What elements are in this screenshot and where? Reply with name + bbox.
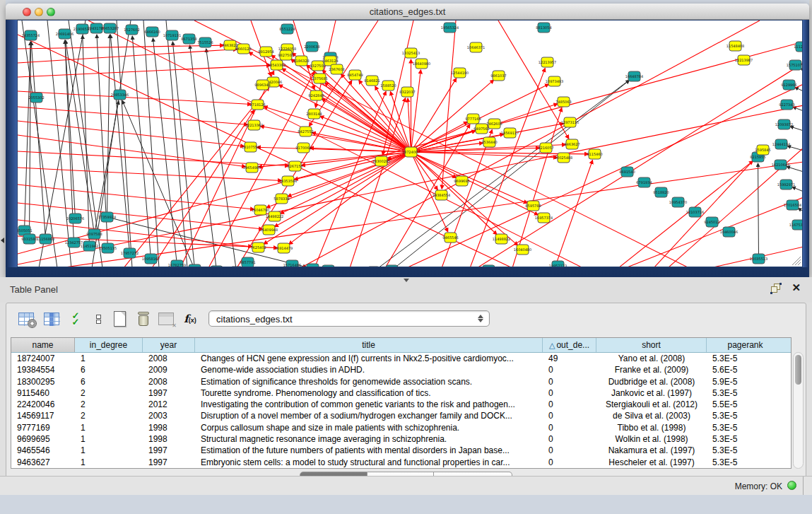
graph-node[interactable]: 12213957 — [539, 57, 556, 67]
float-panel-icon[interactable] — [771, 284, 782, 293]
graph-node[interactable]: 2367608 — [329, 64, 344, 74]
graph-node[interactable]: 7485063 — [555, 97, 571, 107]
graph-node[interactable]: 10719131 — [163, 30, 181, 40]
function-builder-icon[interactable]: f(x) — [180, 309, 200, 329]
graph-node[interactable]: 9227343 — [779, 100, 794, 110]
close-panel-icon[interactable]: ✕ — [792, 281, 801, 294]
graph-node[interactable]: 8427552 — [298, 127, 313, 136]
graph-node[interactable]: 9170064 — [295, 143, 311, 153]
graph-node[interactable]: 19384554 — [433, 190, 450, 200]
table-row[interactable]: 1938455462009Genome-wide association stu… — [11, 364, 791, 375]
column-header-in-degree[interactable]: in_degree — [75, 338, 143, 352]
graph-node[interactable]: 1112104 — [794, 42, 802, 52]
graph-node[interactable]: 8454749 — [347, 70, 363, 80]
canvas-resize-grip[interactable] — [792, 257, 801, 265]
graph-node[interactable]: 13505135 — [99, 243, 117, 253]
graph-node[interactable]: 12973115 — [561, 117, 579, 127]
graph-node[interactable]: 11451942 — [81, 241, 98, 251]
graph-node[interactable]: 9097588 — [86, 229, 102, 239]
graph-node[interactable]: 10958167 — [142, 254, 160, 264]
graph-node[interactable]: 18300295 — [372, 156, 390, 166]
graph-node[interactable]: 16810951 — [319, 265, 337, 267]
graph-node[interactable]: 2803144 — [306, 109, 322, 119]
graph-node[interactable]: 8912954 — [258, 47, 273, 57]
graph-node[interactable]: 24355724 — [22, 30, 40, 40]
column-header-short[interactable]: short — [596, 338, 707, 352]
graph-node[interactable]: 9146821 — [364, 76, 379, 86]
graph-node[interactable]: 5878334 — [273, 194, 289, 204]
table-options-icon[interactable] — [16, 309, 36, 329]
graph-node[interactable]: 19952123 — [549, 261, 567, 267]
column-header-out-degree[interactable]: △out_de... — [543, 338, 596, 352]
graph-node[interactable]: 16648784 — [625, 71, 643, 81]
graph-node[interactable]: 10653287 — [101, 23, 119, 33]
graph-node[interactable]: 14569117 — [501, 128, 519, 138]
graph-node[interactable]: 9465546 — [442, 233, 458, 243]
graph-node[interactable]: 18107554 — [242, 142, 259, 152]
graph-node[interactable]: 9896348 — [254, 80, 270, 90]
graph-node[interactable]: 19654985 — [243, 163, 261, 173]
graph-node[interactable]: 9331580 — [21, 234, 37, 244]
table-row[interactable]: 969969511998Structural magnetic resonanc… — [11, 433, 791, 445]
graph-node[interactable]: 5375685 — [312, 74, 327, 83]
graph-node[interactable]: 19565324 — [441, 23, 459, 33]
graph-node[interactable]: 20853346 — [111, 90, 129, 100]
row-height-icon[interactable] — [88, 309, 108, 329]
graph-node[interactable]: 18724007 — [402, 147, 420, 157]
table-row[interactable]: 946362711997Embryonic stem cells: a mode… — [11, 457, 791, 468]
table-vertical-scrollbar[interactable] — [793, 352, 804, 469]
graph-node[interactable]: 16046790 — [252, 205, 269, 215]
graph-node[interactable]: 17957272 — [121, 248, 139, 258]
graph-node[interactable]: 16914479 — [275, 243, 293, 253]
graph-node[interactable]: 17359924 — [98, 212, 116, 222]
graph-node[interactable]: 8267150 — [287, 161, 302, 171]
graph-node[interactable]: 14498222 — [266, 211, 283, 221]
graph-node[interactable]: 13325413 — [402, 48, 420, 58]
graph-node[interactable]: 17016504 — [784, 200, 801, 210]
network-canvas[interactable]: 2435572420691406219065312043174110653287… — [17, 20, 803, 267]
delete-trash-icon[interactable] — [134, 309, 153, 329]
column-header-year[interactable]: year — [143, 338, 195, 352]
table-row[interactable]: 2242004622012Investigating the contribut… — [11, 399, 791, 410]
graph-node[interactable]: 12213363 — [245, 120, 263, 130]
graph-node[interactable]: 15716485 — [283, 260, 301, 267]
network-table-select[interactable]: citations_edges.txt — [208, 310, 490, 327]
graph-node[interactable]: 11548408 — [726, 41, 744, 51]
column-header-pagerank[interactable]: pagerank — [707, 338, 784, 352]
graph-node[interactable]: 11156868 — [37, 234, 54, 244]
graph-node[interactable]: 12035513 — [750, 254, 767, 264]
graph-node[interactable]: 9518920 — [653, 187, 669, 197]
graph-node[interactable]: 9129966 — [781, 80, 796, 90]
graph-node[interactable]: 8186328 — [293, 56, 309, 66]
graph-node[interactable]: 8595788 — [525, 201, 541, 211]
select-all-checks-icon[interactable]: ✓✓ — [66, 309, 86, 329]
graph-node[interactable]: 7462608 — [486, 119, 502, 129]
table-row[interactable]: 977716911998Corpus callosum shape and si… — [11, 422, 791, 433]
table-row[interactable]: 1456911722003Disruption of a novel membe… — [11, 410, 791, 421]
graph-node[interactable]: 10460046 — [720, 227, 738, 237]
graph-node[interactable]: 1216057 — [538, 143, 553, 153]
graph-node[interactable]: 1588520 — [380, 81, 396, 90]
graph-node[interactable]: 2718126 — [249, 100, 265, 110]
graph-node[interactable]: 12103716 — [686, 207, 704, 217]
graph-node[interactable]: 9699695 — [454, 176, 469, 186]
graph-node[interactable]: 8813054 — [536, 23, 551, 33]
graph-node[interactable]: 16957374 — [535, 213, 553, 223]
new-table-icon[interactable] — [110, 309, 129, 329]
graph-node[interactable]: 11498822 — [493, 234, 510, 244]
select-column-icon[interactable] — [42, 309, 61, 329]
graph-node[interactable]: 12093872 — [775, 119, 793, 129]
graph-node[interactable]: 12544190 — [451, 68, 469, 78]
table-row[interactable]: 1872400712008Changes of HCN gene express… — [11, 353, 791, 364]
window-titlebar[interactable]: citations_edges.txt — [6, 4, 809, 20]
graph-node[interactable]: 11675318 — [789, 220, 802, 230]
graph-node[interactable]: 18543392 — [268, 60, 286, 70]
graph-node[interactable]: 7625402 — [250, 243, 266, 252]
graph-node[interactable]: 9115460 — [587, 149, 602, 159]
graph-node[interactable]: 9857791 — [240, 257, 255, 267]
graph-node[interactable]: 14353594 — [279, 176, 297, 186]
graph-node[interactable]: 9777169 — [465, 114, 481, 124]
graph-node[interactable]: 8551224 — [279, 24, 295, 34]
graph-node[interactable]: 9463627 — [564, 139, 579, 149]
graph-node[interactable]: 9245012 — [704, 217, 719, 227]
